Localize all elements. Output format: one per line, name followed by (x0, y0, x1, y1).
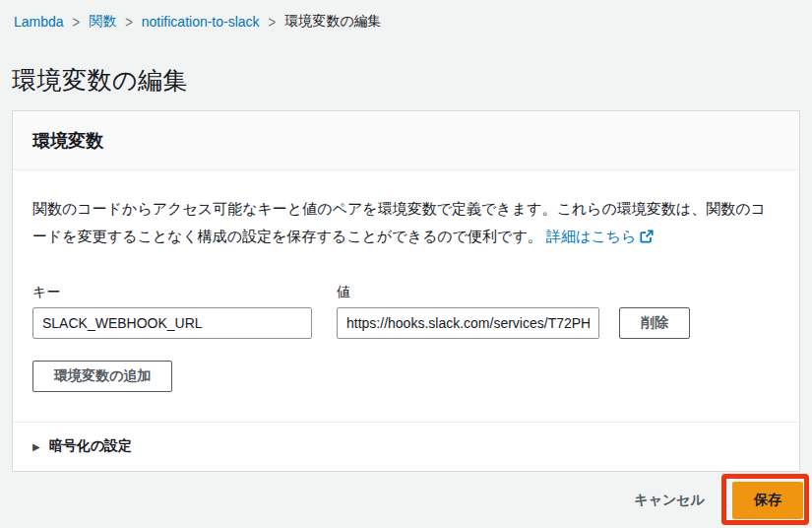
page-title: 環境変数の編集 (12, 64, 188, 97)
remove-variable-button[interactable]: 削除 (619, 307, 690, 339)
external-link-icon (640, 225, 654, 252)
breadcrumb-functions[interactable]: 関数 (89, 13, 116, 31)
breadcrumb-function-name[interactable]: notification-to-slack (142, 14, 260, 30)
learn-more-link[interactable]: 詳細はこちら (546, 228, 654, 244)
environment-variables-panel: 環境変数 関数のコードからアクセス可能なキーと値のペアを環境変数で定義できます。… (12, 110, 800, 472)
learn-more-label: 詳細はこちら (546, 228, 636, 244)
panel-header: 環境変数 (13, 111, 799, 170)
panel-description: 関数のコードからアクセス可能なキーと値のペアを環境変数で定義できます。これらの環… (32, 195, 780, 252)
description-text: 関数のコードからアクセス可能なキーと値のペアを環境変数で定義できます。これらの環… (32, 200, 766, 244)
breadcrumb-separator-icon: > (269, 13, 277, 32)
encryption-settings-expander[interactable]: ▶ 暗号化の設定 (13, 422, 799, 471)
breadcrumb-lambda[interactable]: Lambda (14, 14, 64, 30)
breadcrumb-separator-icon: > (73, 13, 81, 32)
footer-actions: キャンセル 保存 (634, 482, 803, 519)
panel-title: 環境変数 (32, 129, 103, 153)
key-label: キー (32, 284, 312, 301)
environment-variable-row: キー 値 削除 (32, 284, 780, 339)
value-label: 値 (337, 284, 599, 301)
breadcrumb-separator-icon: > (125, 13, 133, 32)
save-button[interactable]: 保存 (732, 482, 803, 519)
panel-body: 関数のコードからアクセス可能なキーと値のペアを環境変数で定義できます。これらの環… (13, 170, 799, 422)
breadcrumb-current-page: 環境変数の編集 (284, 13, 381, 31)
value-field-group: 値 (337, 284, 599, 339)
value-input[interactable] (337, 307, 599, 339)
add-variable-button[interactable]: 環境変数の追加 (32, 361, 172, 392)
breadcrumb: Lambda > 関数 > notification-to-slack > 環境… (14, 13, 382, 31)
cancel-button[interactable]: キャンセル (634, 492, 705, 509)
expander-arrow-icon: ▶ (32, 441, 40, 452)
key-input[interactable] (32, 307, 312, 339)
key-field-group: キー (32, 284, 312, 339)
encryption-settings-label: 暗号化の設定 (49, 437, 132, 455)
